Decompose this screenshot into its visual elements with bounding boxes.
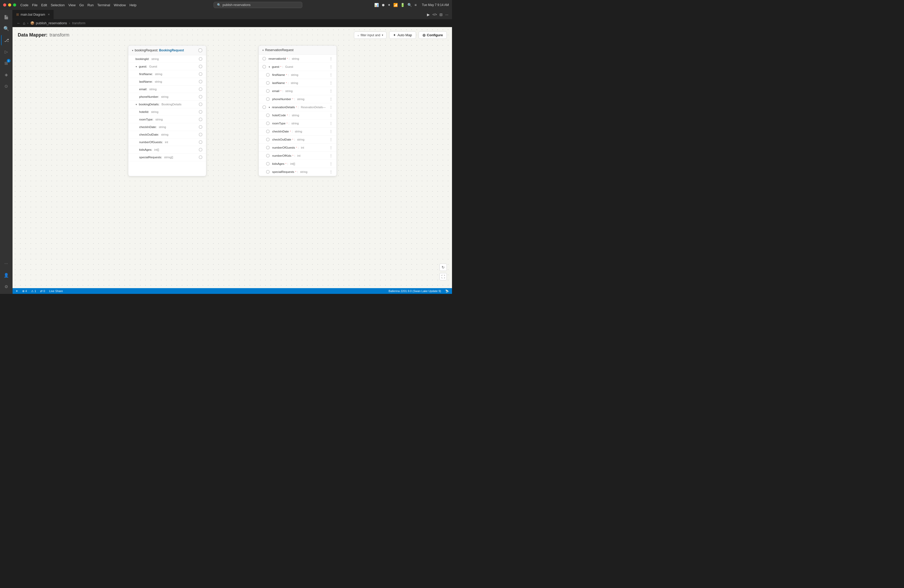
warning-count[interactable]: ⚠ 1 (31, 289, 36, 293)
left-connector-checkindate[interactable] (199, 125, 202, 129)
run-action-icon[interactable]: ▶ (427, 13, 430, 17)
left-connector-guest[interactable] (199, 65, 202, 68)
left-connector-specialrequests[interactable] (199, 155, 202, 159)
right-chevron-resevation-icon[interactable]: ▾ (269, 106, 270, 109)
menu-run[interactable]: Run (87, 3, 94, 7)
tab-bar: ⊞ main.bal Diagram ✕ ▶ </> ⊟ ··· (13, 10, 452, 19)
right-connector-left-hotelcode[interactable] (266, 114, 270, 117)
minimize-button[interactable] (8, 3, 11, 6)
left-connector-phonenumber[interactable] (199, 95, 202, 98)
right-type-numberofguests: int (301, 146, 304, 149)
right-header-chevron-icon[interactable]: ▾ (262, 49, 264, 52)
activity-more[interactable]: ··· (1, 258, 11, 269)
left-connector-email[interactable] (199, 87, 202, 91)
automap-button[interactable]: ✦ Auto Map (389, 31, 416, 39)
left-connector-numberofguests[interactable] (199, 140, 202, 144)
right-more-kidsages[interactable]: ⋮ (329, 162, 333, 166)
menu-window[interactable]: Window (114, 3, 126, 7)
maximize-button[interactable] (13, 3, 16, 6)
activity-extensions[interactable]: ⊞ 1 (1, 58, 11, 68)
menu-view[interactable]: View (68, 3, 76, 7)
tab-main-bal[interactable]: ⊞ main.bal Diagram ✕ (13, 10, 54, 19)
error-count[interactable]: ⊗ 4 (22, 289, 27, 293)
right-more-hotelcode[interactable]: ⋮ (329, 113, 333, 117)
left-connector-roomtype[interactable] (199, 118, 202, 121)
search-icon: 🔍 (3, 26, 9, 32)
tab-close-icon[interactable]: ✕ (48, 13, 50, 16)
right-more-checkoutdate[interactable]: ⋮ (329, 138, 333, 142)
right-row-checkoutdate: checkOutDate * : string ⋮ (259, 136, 337, 144)
right-more-specialrequests[interactable]: ⋮ (329, 170, 333, 174)
activity-settings[interactable]: ⚙ (1, 281, 11, 292)
activity-source-control[interactable]: ⎇ (1, 35, 11, 45)
right-connector-left-lastname[interactable] (266, 81, 270, 85)
refresh-icon[interactable]: ↻ (439, 264, 447, 271)
menu-code[interactable]: Code (21, 3, 28, 7)
right-connector-left-resevationdetails[interactable] (262, 105, 266, 109)
remote-count[interactable]: ⇄ 0 (40, 289, 45, 293)
right-more-guest[interactable]: ⋮ (329, 65, 333, 69)
right-more-checkindate[interactable]: ⋮ (329, 129, 333, 133)
right-connector-left-firstname[interactable] (266, 73, 270, 77)
left-connector-bookingdetails[interactable] (199, 103, 202, 106)
activity-run[interactable]: ▷ (1, 46, 11, 57)
right-more-email[interactable]: ⋮ (329, 89, 333, 93)
activity-github[interactable]: ⊙ (1, 81, 11, 91)
left-connector-firstname[interactable] (199, 72, 202, 76)
right-connector-left-roomtype[interactable] (266, 122, 270, 125)
fit-view-icon[interactable]: ⛶ (439, 273, 447, 280)
more-action-icon[interactable]: ··· (445, 13, 448, 17)
right-connector-left-guest[interactable] (262, 65, 266, 69)
activity-explorer[interactable] (1, 12, 11, 22)
filter-button[interactable]: ⬦ filter input and ▾ (354, 32, 387, 39)
right-connector-left-kidsages[interactable] (266, 162, 270, 166)
right-row-reservationid: reservationId * : string ⋮ (259, 55, 337, 63)
right-more-firstname[interactable]: ⋮ (329, 73, 333, 77)
right-more-numberofkids[interactable]: ⋮ (329, 153, 333, 158)
left-header-connector[interactable] (198, 48, 202, 52)
live-share[interactable]: Live Share (49, 289, 63, 292)
configure-button[interactable]: ◎ Configure (419, 31, 447, 39)
right-more-resevationdetails[interactable]: ⋮ (329, 105, 333, 109)
right-connector-left-email[interactable] (266, 89, 270, 93)
right-connector-left-checkoutdate[interactable] (266, 138, 270, 141)
menu-help[interactable]: Help (130, 3, 136, 7)
right-colon-roomtype: : (288, 122, 289, 125)
right-connector-left-reservationid[interactable] (262, 57, 266, 60)
breadcrumb-home-icon[interactable]: ⌂ (23, 21, 25, 25)
right-chevron-guest-icon[interactable]: ▾ (269, 65, 270, 68)
menu-file[interactable]: File (32, 3, 38, 7)
right-more-phonenumber[interactable]: ⋮ (329, 97, 333, 101)
left-connector-kidsages[interactable] (199, 148, 202, 152)
right-connector-left-numberofguests[interactable] (266, 146, 270, 149)
right-more-roomtype[interactable]: ⋮ (329, 121, 333, 125)
right-connector-left-numberofkids[interactable] (266, 154, 270, 158)
breadcrumb-project[interactable]: 📦 publish_reservations (30, 21, 67, 25)
right-connector-left-phonenumber[interactable] (266, 97, 270, 101)
activity-account[interactable]: 👤 (1, 270, 11, 280)
menu-selection[interactable]: Selection (51, 3, 65, 7)
left-connector-checkoutdate[interactable] (199, 133, 202, 136)
menu-go[interactable]: Go (79, 3, 84, 7)
right-connector-left-checkindate[interactable] (266, 130, 270, 133)
breadcrumb-back-button[interactable]: ← (17, 21, 21, 25)
breadcrumb-separator2: › (69, 21, 70, 25)
left-connector-lastname[interactable] (199, 80, 202, 84)
split-action-icon[interactable]: ⊟ (439, 13, 443, 17)
close-button[interactable] (3, 3, 6, 6)
left-chevron-bookingdetails-icon[interactable]: ▾ (136, 103, 137, 106)
left-chevron-guest-icon[interactable]: ▾ (136, 65, 137, 68)
activity-search[interactable]: 🔍 (1, 24, 11, 34)
right-connector-left-specialrequests[interactable] (266, 170, 270, 174)
left-header-chevron-icon[interactable]: ▾ (132, 49, 133, 52)
right-more-lastname[interactable]: ⋮ (329, 81, 333, 85)
menu-terminal[interactable]: Terminal (97, 3, 110, 7)
left-connector-hotelid[interactable] (199, 110, 202, 114)
right-more-numberofguests[interactable]: ⋮ (329, 145, 333, 150)
activity-ballerina[interactable]: ◈ (1, 70, 11, 80)
global-search[interactable]: 🔍 publish-reservations (213, 2, 302, 8)
right-more-reservationid[interactable]: ⋮ (329, 57, 333, 61)
menu-edit[interactable]: Edit (41, 3, 47, 7)
code-action-icon[interactable]: </> (432, 13, 437, 16)
left-connector-bookingid[interactable] (199, 57, 202, 61)
